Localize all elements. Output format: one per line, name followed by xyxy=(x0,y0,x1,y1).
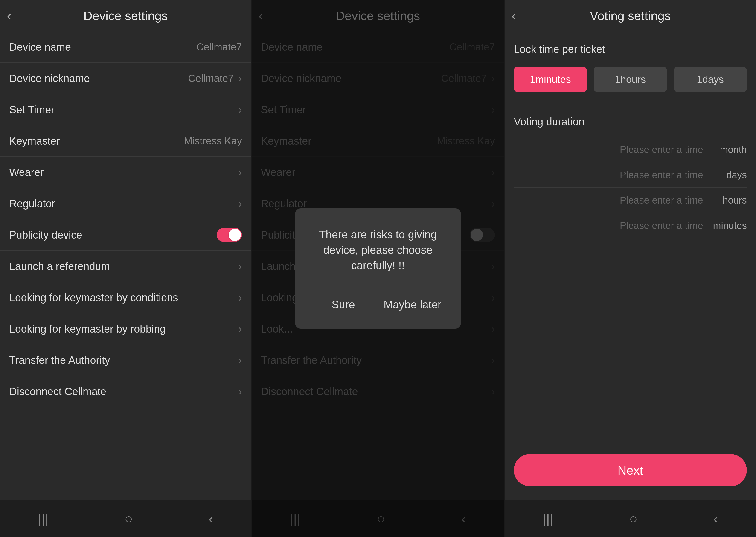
nav-back-icon[interactable]: ‹ xyxy=(209,511,213,527)
settings-item-publicity[interactable]: Publicity device xyxy=(0,219,251,251)
item-value: Mistress Kay xyxy=(184,135,242,147)
next-button[interactable]: Next xyxy=(514,454,747,486)
chevron-icon: › xyxy=(238,166,242,179)
lock-time-section: Lock time per ticket 1minutes 1hours 1da… xyxy=(505,31,756,104)
duration-row-month: Please enter a time month xyxy=(514,137,747,162)
item-value: › xyxy=(238,103,242,116)
modal-box: There are risks to giving device, please… xyxy=(295,208,461,329)
item-label: Looking for keymaster by conditions xyxy=(9,291,178,304)
lock-time-title: Lock time per ticket xyxy=(514,43,747,55)
duration-unit-minutes: minutes xyxy=(710,220,747,231)
nav-menu-icon[interactable]: ||| xyxy=(38,511,49,527)
panel1-title: Device settings xyxy=(83,9,168,23)
toggle-switch[interactable] xyxy=(217,228,242,242)
item-label: Device name xyxy=(9,41,71,53)
panel3-title: Voting settings xyxy=(590,9,671,23)
duration-placeholder-month[interactable]: Please enter a time xyxy=(514,144,703,155)
chevron-icon: › xyxy=(238,291,242,304)
bottom-nav: ||| ○ ‹ xyxy=(0,500,251,537)
chevron-icon: › xyxy=(238,72,242,85)
chevron-icon: › xyxy=(238,322,242,335)
item-value: › xyxy=(238,166,242,179)
item-value: Cellmate7 xyxy=(196,41,242,53)
item-value: › xyxy=(238,385,242,398)
settings-item-device-name[interactable]: Device name Cellmate7 xyxy=(0,31,251,62)
chevron-icon: › xyxy=(238,197,242,210)
publicity-toggle[interactable] xyxy=(217,228,242,242)
duration-row-hours: Please enter a time hours xyxy=(514,188,747,213)
back-button[interactable]: ‹ xyxy=(511,9,516,22)
settings-item-regulator[interactable]: Regulator › xyxy=(0,188,251,219)
modal-actions: Sure Maybe later xyxy=(309,292,447,317)
item-label: Looking for keymaster by robbing xyxy=(9,323,166,335)
nav-menu-icon[interactable]: ||| xyxy=(542,511,553,527)
item-label: Keymaster xyxy=(9,135,60,147)
maybe-later-button[interactable]: Maybe later xyxy=(378,292,447,317)
settings-item-keymaster-conditions[interactable]: Looking for keymaster by conditions › xyxy=(0,282,251,313)
item-label: Wearer xyxy=(9,166,44,179)
chevron-icon: › xyxy=(238,260,242,272)
settings-item-disconnect[interactable]: Disconnect Cellmate › xyxy=(0,376,251,407)
duration-unit-days: days xyxy=(710,170,747,181)
chevron-icon: › xyxy=(238,103,242,116)
item-value: Cellmate7 › xyxy=(188,72,242,85)
nav-back-icon[interactable]: ‹ xyxy=(713,511,718,527)
item-value: › xyxy=(238,260,242,272)
settings-item-device-nickname[interactable]: Device nickname Cellmate7 › xyxy=(0,62,251,94)
item-label: Regulator xyxy=(9,197,55,210)
item-value: › xyxy=(238,291,242,304)
item-label: Launch a referendum xyxy=(9,260,110,272)
modal-message: There are risks to giving device, please… xyxy=(309,227,447,273)
settings-item-transfer-authority[interactable]: Transfer the Authority › xyxy=(0,345,251,376)
back-button[interactable]: ‹ xyxy=(7,9,12,22)
sure-button[interactable]: Sure xyxy=(309,292,378,317)
time-option-1day[interactable]: 1days xyxy=(674,67,747,92)
item-label: Transfer the Authority xyxy=(9,354,110,366)
item-value: › xyxy=(238,354,242,366)
duration-row-days: Please enter a time days xyxy=(514,162,747,188)
voting-duration-section: Voting duration Please enter a time mont… xyxy=(505,104,756,250)
nav-home-icon[interactable]: ○ xyxy=(629,511,637,527)
chevron-icon: › xyxy=(238,385,242,398)
duration-unit-month: month xyxy=(710,144,747,155)
item-label: Publicity device xyxy=(9,229,82,241)
next-button-container: Next xyxy=(514,454,747,486)
settings-item-keymaster[interactable]: Keymaster Mistress Kay xyxy=(0,125,251,157)
item-value: › xyxy=(238,322,242,335)
voting-duration-title: Voting duration xyxy=(514,115,747,128)
bottom-nav: ||| ○ ‹ xyxy=(505,500,756,537)
panel1-header: ‹ Device settings xyxy=(0,0,251,31)
panel3-header: ‹ Voting settings xyxy=(505,0,756,31)
duration-placeholder-minutes[interactable]: Please enter a time xyxy=(514,220,703,231)
settings-item-wearer[interactable]: Wearer › xyxy=(0,157,251,188)
time-option-1min[interactable]: 1minutes xyxy=(514,67,587,92)
settings-item-referendum[interactable]: Launch a referendum › xyxy=(0,251,251,282)
settings-item-set-timer[interactable]: Set Timer › xyxy=(0,94,251,125)
item-label: Disconnect Cellmate xyxy=(9,385,106,398)
time-options: 1minutes 1hours 1days xyxy=(514,67,747,92)
duration-placeholder-hours[interactable]: Please enter a time xyxy=(514,195,703,206)
settings-list: Device name Cellmate7 Device nickname Ce… xyxy=(0,31,251,500)
chevron-icon: › xyxy=(238,354,242,366)
time-option-1hour[interactable]: 1hours xyxy=(594,67,667,92)
item-label: Set Timer xyxy=(9,103,55,116)
panel-device-settings: ‹ Device settings Device name Cellmate7 … xyxy=(0,0,252,537)
panel-voting-settings: ‹ Voting settings Lock time per ticket 1… xyxy=(505,0,756,537)
nav-home-icon[interactable]: ○ xyxy=(125,511,133,527)
duration-row-minutes: Please enter a time minutes xyxy=(514,213,747,238)
duration-unit-hours: hours xyxy=(710,195,747,206)
item-value: › xyxy=(238,197,242,210)
duration-placeholder-days[interactable]: Please enter a time xyxy=(514,170,703,181)
item-label: Device nickname xyxy=(9,72,90,85)
toggle-knob xyxy=(229,229,241,241)
panel-device-settings-modal: ‹ Device settings Device name Cellmate7 … xyxy=(252,0,505,537)
modal-overlay: There are risks to giving device, please… xyxy=(252,0,504,537)
settings-item-keymaster-robbing[interactable]: Looking for keymaster by robbing › xyxy=(0,313,251,345)
